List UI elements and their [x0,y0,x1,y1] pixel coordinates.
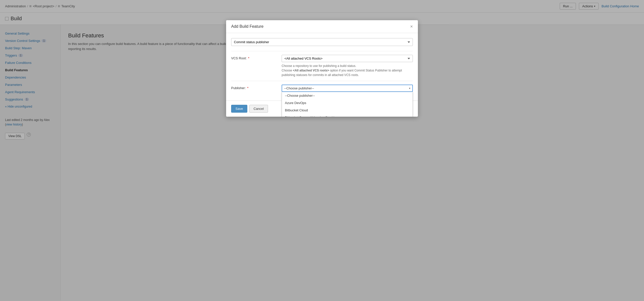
modal-close-button[interactable]: × [410,24,413,29]
main-layout: General Settings Version Control Setting… [0,25,644,300]
modal-header: Add Build Feature × [226,20,418,33]
publisher-option-bitbucket-cloud[interactable]: Bitbucket Cloud [282,107,413,114]
modal-body: Commit status publisher VCS Root: * <All… [226,33,418,101]
publisher-dropdown-list: --Choose publisher-- Azure DevOps Bitbuc… [282,92,413,117]
publisher-current-value: --Choose publisher-- [284,86,409,90]
publisher-dropdown-wrap: --Choose publisher-- ▾ --Choose publishe… [282,85,413,92]
vcs-root-select[interactable]: <All attached VCS Roots> [282,55,413,62]
publisher-row: Publisher: * --Choose publisher-- ▾ - [231,81,413,95]
publisher-label: Publisher: * [231,85,277,90]
feature-type-wrapper: Commit status publisher [231,38,413,46]
publisher-option-choose[interactable]: --Choose publisher-- [282,92,413,99]
vcs-root-label: VCS Root: * [231,55,277,60]
publisher-caret-button[interactable]: ▾ [409,87,410,90]
cancel-button[interactable]: Cancel [249,105,268,113]
vcs-root-help: Choose a repository to use for publishin… [282,64,413,77]
vcs-root-required-marker: * [248,56,249,60]
publisher-required-marker: * [247,86,248,90]
feature-type-select[interactable]: Commit status publisher [231,38,413,46]
content-area: Build Features In this section you can c… [61,25,644,300]
publisher-input-box[interactable]: --Choose publisher-- ▾ [282,85,413,92]
modal-title: Add Build Feature [231,24,263,29]
vcs-root-control: <All attached VCS Roots> Choose a reposi… [282,55,413,77]
modal-footer-left: Save Cancel [231,105,268,113]
modal: Add Build Feature × Commit status publis… [226,20,418,117]
publisher-option-bitbucket-server[interactable]: Bitbucket Server (Atlassian Stash) [282,114,413,117]
vcs-root-row: VCS Root: * <All attached VCS Roots> Cho… [231,51,413,81]
modal-overlay: Add Build Feature × Commit status publis… [0,0,644,300]
publisher-option-azure-devops[interactable]: Azure DevOps [282,99,413,107]
save-button[interactable]: Save [231,105,247,113]
